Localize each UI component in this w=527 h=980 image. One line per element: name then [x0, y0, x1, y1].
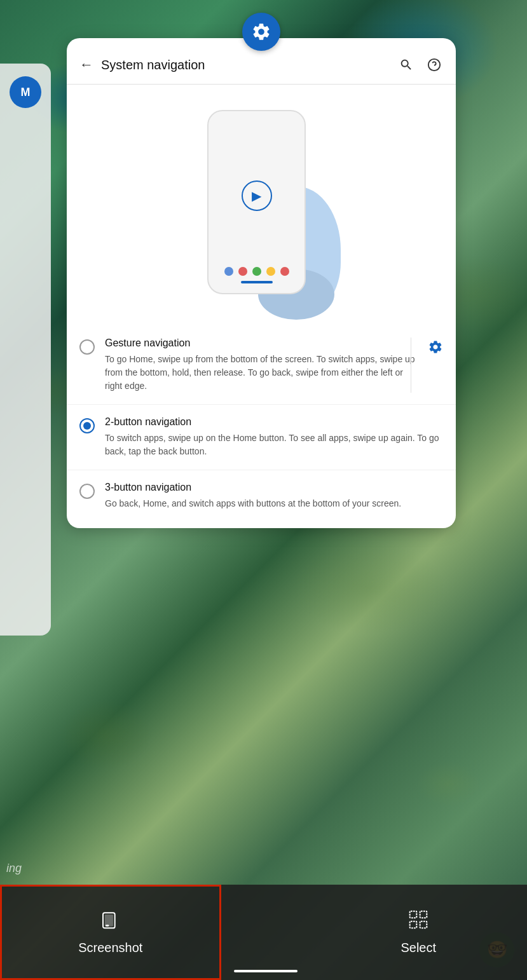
select-button[interactable]: Select	[310, 885, 528, 980]
divider-line	[411, 337, 411, 393]
back-button[interactable]: ←	[79, 57, 93, 73]
gear-icon-container	[67, 13, 456, 51]
screenshot-button[interactable]: Screenshot	[0, 885, 221, 980]
svg-rect-5	[410, 911, 417, 918]
dot-yellow	[266, 267, 275, 276]
search-button[interactable]	[397, 56, 415, 74]
three-button-radio-button[interactable]	[79, 484, 95, 499]
play-icon: ▶	[242, 180, 272, 211]
bottom-action-bar: Screenshot Select	[0, 885, 527, 980]
illustration-area: ▶	[67, 85, 456, 320]
three-button-option-text: 3-button navigation Go back, Home, and s…	[105, 482, 443, 510]
phone-screen: ▶	[242, 124, 272, 267]
search-icon	[399, 58, 413, 72]
two-button-option-desc: To switch apps, swipe up on the Home but…	[105, 432, 443, 458]
settings-card: ← System navigation	[67, 38, 456, 528]
two-button-radio-button[interactable]	[79, 418, 95, 433]
partial-text: ing	[6, 862, 22, 875]
phone-body: ▶	[207, 110, 306, 294]
gesture-option-desc: To go Home, swipe up from the bottom of …	[105, 353, 420, 393]
two-button-navigation-option[interactable]: 2-button navigation To switch apps, swip…	[67, 405, 456, 470]
svg-rect-4	[106, 925, 109, 927]
home-indicator	[234, 970, 298, 972]
gesture-settings-icon[interactable]	[428, 339, 443, 358]
bottom-center	[221, 885, 310, 980]
settings-svg	[251, 22, 271, 42]
dot-green	[252, 267, 261, 276]
header-icons	[397, 56, 443, 74]
svg-rect-7	[410, 922, 417, 929]
help-button[interactable]	[425, 56, 443, 74]
screenshot-label: Screenshot	[78, 941, 142, 955]
nav-bar-line	[241, 281, 273, 283]
svg-rect-6	[420, 911, 427, 918]
phone-illustration: ▶	[201, 104, 322, 307]
gesture-radio-button[interactable]	[79, 339, 95, 355]
two-button-option-text: 2-button navigation To switch apps, swip…	[105, 416, 443, 458]
navigation-options: Gesture navigation To go Home, swipe up …	[67, 320, 456, 528]
svg-rect-3	[104, 915, 113, 927]
select-icon	[408, 909, 428, 934]
select-label: Select	[400, 941, 436, 955]
help-icon	[427, 58, 441, 72]
screenshot-icon	[100, 909, 121, 934]
avatar: M	[10, 76, 41, 108]
gesture-option-text: Gesture navigation To go Home, swipe up …	[105, 337, 420, 393]
three-button-navigation-option[interactable]: 3-button navigation Go back, Home, and s…	[67, 470, 456, 522]
gesture-option-title: Gesture navigation	[105, 337, 420, 349]
left-sidebar: M	[0, 64, 51, 636]
svg-rect-8	[420, 922, 427, 929]
dot-red	[238, 267, 247, 276]
three-button-option-desc: Go back, Home, and switch apps with butt…	[105, 497, 443, 510]
two-button-option-title: 2-button navigation	[105, 416, 443, 428]
gesture-navigation-option[interactable]: Gesture navigation To go Home, swipe up …	[67, 326, 456, 405]
gear-icon	[242, 13, 280, 51]
three-button-option-title: 3-button navigation	[105, 482, 443, 493]
dot-blue	[224, 267, 233, 276]
dot-red2	[280, 267, 289, 276]
page-title: System navigation	[101, 58, 397, 72]
dots-row	[224, 267, 289, 276]
